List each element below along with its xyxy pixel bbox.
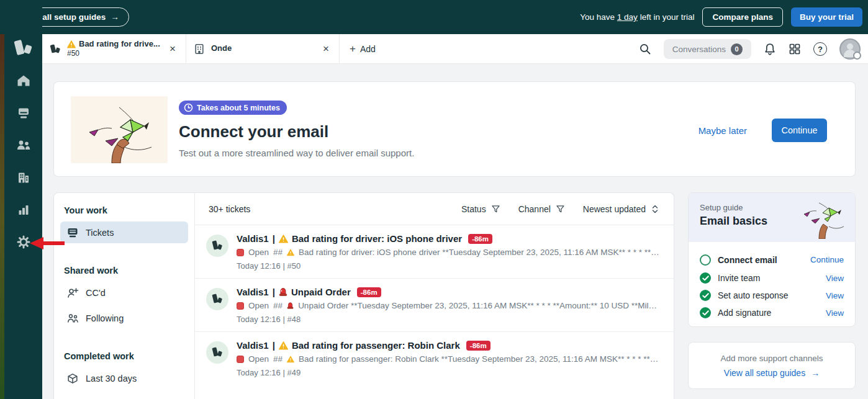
open-status-icon [237,302,244,310]
ticket-user: Valdis1 [237,340,269,351]
setup-step-invite-team[interactable]: Invite team View [700,269,844,287]
check-icon [700,290,711,301]
ticket-user: Valdis1 [237,287,269,297]
help-button[interactable]: ? [813,42,827,56]
setup-step-action-link[interactable]: View [826,274,844,283]
setup-step-action-link[interactable]: View [826,308,844,318]
inbox-card: Your work Tickets Shared work [53,192,674,399]
ticket-row[interactable]: Valdis1 | Unpaid Order -86m Open # [195,278,674,331]
close-tab-icon[interactable]: × [320,43,332,55]
ticket-preview: Bad rating for driver: iOS phone driver … [299,248,661,257]
question-icon: ? [818,45,823,54]
nav-item-ccd[interactable]: CC'd [60,282,188,303]
nav-item-last-30-days[interactable]: Last 30 days [60,367,188,389]
check-icon [700,272,711,284]
view-all-setup-guides-link[interactable]: View all setup guides → [724,368,820,378]
ticket-status: Open [248,248,269,257]
ticket-meta: Today 12:16 | #49 [237,368,661,377]
app-sidebar [4,0,42,399]
ticket-row[interactable]: Valdis1 | Bad rating for passenger: Robi… [195,331,674,385]
avatar-silhouette [847,43,853,50]
conversations-pill[interactable]: Conversations 0 [664,39,751,59]
setup-step-label: Add signature [718,308,819,318]
setup-step-action-link[interactable]: Continue [810,255,844,264]
check-icon [700,307,711,318]
setup-guide-card: Setup guide Email basics [688,192,856,327]
warning-icon [287,249,294,256]
cube-icon [66,373,79,384]
trial-topbar: View all setup guides → You have 1 day l… [0,0,868,34]
setup-step-action-link[interactable]: View [826,291,844,300]
funnel-icon [491,204,501,214]
building-icon [194,43,205,55]
sla-time-badge: -86m [468,234,492,244]
inbox-icon [17,106,30,120]
sidebar-item-companies[interactable] [16,170,32,185]
clock-icon [184,103,193,112]
arrow-right-icon: → [811,368,820,378]
tab-ticket-50[interactable]: Bad rating for drive... #50 × [42,34,186,63]
annotation-arrow-to-settings [29,235,67,251]
sidebar-item-reports[interactable] [16,202,32,217]
incomplete-step-icon [700,254,711,266]
close-tab-icon[interactable]: × [167,43,178,55]
preview-hashes: ## [273,354,283,364]
search-button[interactable] [639,43,651,55]
setup-step-connect-email[interactable]: Connect email Continue [700,250,844,269]
avatar-status-dot [853,52,861,60]
ticket-tab-logo-icon [50,43,61,55]
channel-filter[interactable]: Channel [518,204,566,214]
more-channels-card: Add more support channels View all setup… [688,342,856,389]
notifications-button[interactable] [764,43,776,56]
followers-icon [66,313,79,324]
status-filter[interactable]: Status [461,204,501,214]
title-separator: | [273,340,275,351]
warning-icon [279,341,288,350]
sidebar-item-home[interactable] [16,73,32,88]
ticket-list: 30+ tickets Status Channel [195,193,674,399]
funnel-icon [555,204,566,214]
setup-step-add-signature[interactable]: Add signature View [700,304,844,321]
nav-item-following[interactable]: Following [60,307,188,329]
apps-button[interactable] [789,43,801,55]
arrow-right-icon: → [111,12,119,22]
continue-button[interactable]: Continue [772,119,827,142]
trial-suffix: left in your trial [640,12,695,22]
conversations-count-badge: 0 [731,43,743,55]
nav-item-label: Tickets [86,228,114,238]
setup-step-set-auto-response[interactable]: Set auto response View [700,287,844,304]
grid-icon [789,43,801,55]
ticket-row[interactable]: Valdis1 | Bad rating for driver: iOS pho… [195,225,674,278]
compare-plans-button[interactable]: Compare plans [702,7,783,27]
sort-icon [650,204,660,215]
people-icon [16,138,31,152]
buy-trial-label: Buy your trial [800,12,854,22]
sort-control[interactable]: Newest updated [583,204,660,215]
add-tab-button[interactable]: + Add [340,34,386,63]
sla-time-badge: -86m [357,287,381,297]
nav-item-tickets[interactable]: Tickets [60,222,188,243]
ticket-avatar [206,341,228,364]
buy-your-trial-button[interactable]: Buy your trial [791,7,862,27]
nav-item-label: CC'd [86,288,106,298]
intercom-logo[interactable] [11,36,36,61]
completed-work-heading: Completed work [64,351,188,361]
sidebar-item-contacts[interactable] [16,138,32,153]
tab-onde[interactable]: Onde × [186,34,340,63]
view-all-setup-guides-link-label: View all setup guides [724,368,805,378]
workspace-tabbar: Bad rating for drive... #50 × Onde × + A… [42,34,868,64]
sidebar-item-inbox[interactable] [16,105,32,120]
sort-label: Newest updated [583,204,646,214]
tab-title: Bad rating for drive... [79,39,160,49]
setup-step-label: Connect email [718,255,803,265]
shared-work-heading: Shared work [64,266,188,276]
setup-step-label: Invite team [718,273,819,283]
add-tab-label: Add [360,44,376,54]
user-avatar[interactable] [839,38,861,60]
window-edge [0,0,4,399]
maybe-later-link[interactable]: Maybe later [698,125,747,136]
bar-chart-icon [17,203,30,217]
tab-title: Onde [211,43,232,53]
status-filter-label: Status [461,204,486,214]
duration-badge-label: Takes about 5 minutes [197,104,280,112]
